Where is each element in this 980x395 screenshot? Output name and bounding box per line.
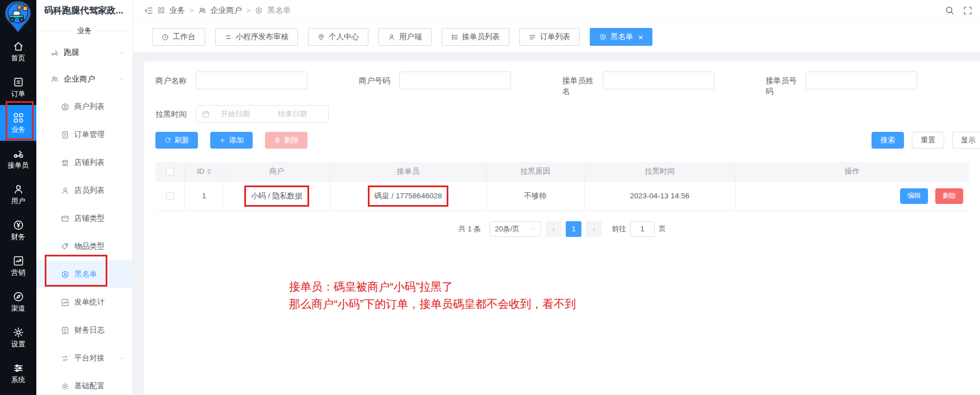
lines-icon bbox=[529, 34, 536, 41]
breadcrumb-business[interactable]: 业务 bbox=[169, 6, 185, 16]
sort-desc-icon bbox=[207, 172, 211, 177]
collapse-sidebar-icon[interactable] bbox=[144, 6, 153, 15]
add-button[interactable]: 添加 bbox=[210, 132, 253, 149]
shop-icon bbox=[61, 159, 69, 167]
rail-item-finance[interactable]: 财务 bbox=[0, 212, 36, 248]
cell-id: 1 bbox=[184, 181, 224, 211]
user-circle-icon bbox=[61, 103, 69, 111]
edit-button[interactable]: 编辑 bbox=[900, 188, 928, 204]
tab-workbench[interactable]: 工作台 bbox=[152, 28, 205, 46]
sidebar-item-label: 黑名单 bbox=[74, 269, 97, 279]
pagination: 共 1 条 20条/页 ‹ 1 › 前往 页 bbox=[155, 221, 969, 237]
document-icon bbox=[61, 131, 69, 139]
display-columns-button[interactable]: 显示 bbox=[952, 132, 980, 149]
courier-name-input[interactable] bbox=[603, 72, 714, 89]
block-time-range-picker[interactable]: 开始日期 结束日期 bbox=[196, 105, 329, 123]
breadcrumb-merchant[interactable]: 企业商户 bbox=[211, 6, 242, 16]
sidebar-item-label: 财务日志 bbox=[74, 325, 105, 335]
sidebar-item-shop-type[interactable]: 店铺类型 bbox=[36, 204, 132, 232]
content-area: 商户名称 商户号码 接单员姓名 接单员号码 bbox=[133, 53, 980, 395]
rail-item-label: 营销 bbox=[11, 269, 25, 277]
reset-button[interactable]: 重置 bbox=[912, 132, 944, 149]
tab-label: 工作台 bbox=[173, 32, 196, 42]
sidebar-group-errand[interactable]: 跑腿 bbox=[36, 39, 132, 66]
row-delete-button[interactable]: 删除 bbox=[935, 188, 963, 204]
tab-label: 黑名单 bbox=[610, 32, 633, 42]
sidebar-item-finance-log[interactable]: 财务日志 bbox=[36, 316, 132, 344]
close-tab-icon[interactable]: × bbox=[638, 33, 643, 41]
button-label: 搜索 bbox=[880, 135, 895, 145]
trend-chart-icon bbox=[13, 255, 24, 266]
rail-item-label: 财务 bbox=[11, 234, 25, 241]
sliders-icon bbox=[13, 363, 24, 374]
sort-control[interactable] bbox=[207, 166, 211, 177]
courier-phone-input[interactable] bbox=[806, 72, 917, 89]
grid-icon bbox=[13, 112, 24, 123]
next-page-button[interactable]: › bbox=[586, 221, 602, 237]
rail-item-channels[interactable]: 渠道 bbox=[0, 284, 36, 320]
rail-item-business[interactable]: 业务 bbox=[0, 105, 36, 141]
tab-miniapp-review[interactable]: 小程序发布审核 bbox=[215, 28, 299, 46]
yen-circle-icon bbox=[13, 220, 24, 231]
cell-reason: 不够帅 bbox=[486, 181, 584, 211]
chevron-down-icon bbox=[118, 355, 125, 361]
row-checkbox[interactable] bbox=[166, 192, 174, 200]
primary-rail: 首页 订单 业务 接单员 用户 财务 营销 渠道 bbox=[0, 0, 36, 395]
rail-item-home[interactable]: 首页 bbox=[0, 34, 36, 69]
rail-item-orders[interactable]: 订单 bbox=[0, 69, 36, 105]
tab-user-client[interactable]: 用户端 bbox=[378, 28, 432, 46]
map-pin-icon bbox=[318, 34, 325, 41]
rail-item-users[interactable]: 用户 bbox=[0, 177, 36, 212]
goto-page-input[interactable] bbox=[630, 221, 655, 237]
merchant-name-input[interactable] bbox=[196, 72, 307, 89]
merchant-phone-input[interactable] bbox=[399, 72, 511, 89]
annotation-text: 接单员：碼皇被商户“小码”拉黑了 那么商户“小码”下的订单，接单员碼皇都不会收到… bbox=[289, 278, 576, 313]
button-label: 编辑 bbox=[907, 191, 921, 201]
start-date-placeholder: 开始日期 bbox=[221, 109, 250, 119]
page-number: 1 bbox=[572, 225, 576, 233]
select-all-checkbox[interactable] bbox=[166, 168, 174, 175]
rail-item-marketing[interactable]: 营销 bbox=[0, 248, 36, 284]
refresh-button[interactable]: 刷新 bbox=[155, 132, 198, 149]
page-size-select[interactable]: 20条/页 bbox=[490, 221, 541, 237]
breadcrumb-blacklist: 黑名单 bbox=[267, 6, 291, 16]
sidebar-item-platform-connect[interactable]: 平台对接 bbox=[36, 344, 132, 372]
tab-personal-center[interactable]: 个人中心 bbox=[308, 28, 368, 46]
search-button[interactable]: 搜索 bbox=[872, 132, 904, 149]
rail-item-label: 首页 bbox=[11, 55, 25, 62]
sidebar-item-shop-list[interactable]: 店铺列表 bbox=[36, 149, 132, 177]
rail-item-settings[interactable]: 设置 bbox=[0, 320, 36, 355]
sidebar-item-base-config[interactable]: 基础配置 bbox=[36, 372, 132, 395]
tab-order-list[interactable]: 订单列表 bbox=[519, 28, 580, 46]
courier-value: 碼皇 / 17758646028 bbox=[375, 192, 442, 200]
current-page[interactable]: 1 bbox=[566, 221, 581, 237]
button-label: 删除 bbox=[284, 135, 299, 145]
person-icon bbox=[61, 187, 69, 195]
rail-item-couriers[interactable]: 接单员 bbox=[0, 141, 36, 177]
tab-blacklist[interactable]: 黑名单 × bbox=[590, 28, 652, 46]
sidebar-item-label: 物品类型 bbox=[74, 241, 105, 251]
shield-user-icon bbox=[599, 34, 607, 41]
sidebar-group-merchant[interactable]: 企业商户 bbox=[36, 66, 132, 93]
rail-item-system[interactable]: 系统 bbox=[0, 355, 36, 391]
tab-label: 订单列表 bbox=[540, 32, 570, 42]
app-logo[interactable] bbox=[0, 0, 36, 34]
sidebar-item-goods-type[interactable]: 物品类型 bbox=[36, 232, 132, 260]
sidebar-item-blacklist[interactable]: 黑名单 bbox=[36, 260, 132, 288]
filter-row-1: 商户名称 商户号码 接单员姓名 接单员号码 bbox=[155, 72, 969, 101]
tab-label: 用户端 bbox=[399, 32, 422, 42]
delete-button-disabled[interactable]: 删除 bbox=[265, 132, 307, 149]
sidebar-item-merchant-list[interactable]: 商户列表 bbox=[36, 93, 132, 121]
sidebar-item-dispatch-stats[interactable]: 发单统计 bbox=[36, 288, 132, 316]
total-count: 共 1 条 bbox=[458, 224, 481, 234]
prev-page-button[interactable]: ‹ bbox=[546, 221, 561, 237]
col-header-ops: 操作 bbox=[735, 162, 969, 181]
shield-user-icon bbox=[61, 270, 69, 279]
search-icon[interactable] bbox=[945, 6, 954, 15]
tab-courier-list[interactable]: 接单员列表 bbox=[442, 28, 510, 46]
people-icon bbox=[198, 7, 206, 15]
fullscreen-icon[interactable] bbox=[963, 6, 972, 15]
tab-bar: 工作台 小程序发布审核 个人中心 用户端 接单员列表 订单列表 bbox=[133, 21, 980, 53]
sidebar-item-order-mgmt[interactable]: 订单管理 bbox=[36, 121, 132, 149]
sidebar-item-clerk-list[interactable]: 店员列表 bbox=[36, 177, 132, 204]
